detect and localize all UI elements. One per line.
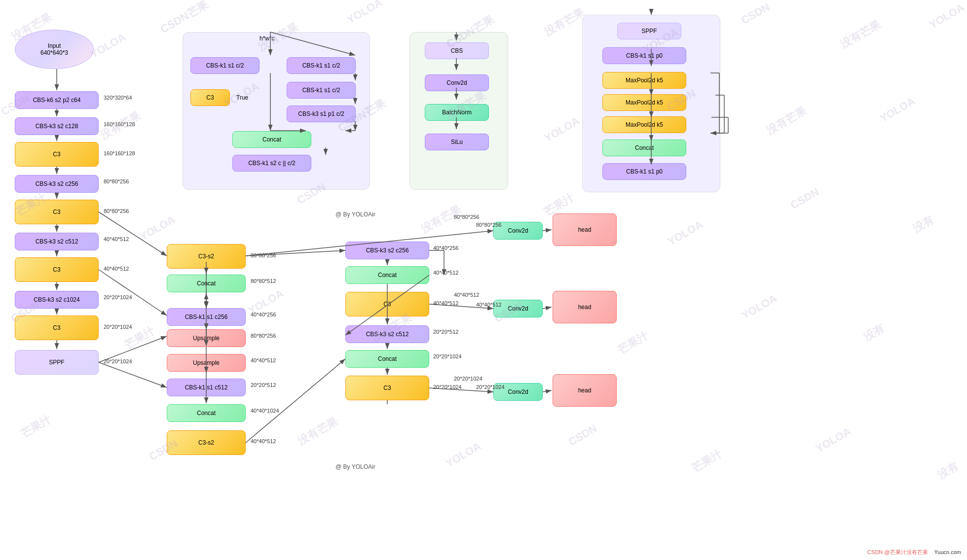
cbs-k3-c128-node: CBS-k3 s2 c128	[15, 117, 99, 135]
cbs-k6-label: CBS-k6 s2 p2 c64	[33, 97, 81, 104]
cbs-k6-node: CBS-k6 s2 p2 c64	[15, 91, 99, 109]
concat1-node: Concat	[167, 275, 246, 292]
watermark: YOLOA	[927, 1, 967, 32]
svg-line-29	[543, 307, 552, 309]
sppf-label: SPPF	[49, 359, 64, 366]
dim-label-7: 40*40*512	[104, 266, 129, 272]
svg-line-13	[99, 362, 167, 387]
head3-node: head	[553, 374, 617, 407]
c3-right-top-node: C3	[345, 292, 429, 316]
c3-cbs3: CBS-k3 s1 p1 c/2	[287, 105, 356, 122]
concat-right-top-label: Concat	[378, 272, 397, 279]
c3-4-node: C3	[15, 315, 99, 340]
cbs-k1-c256-label: CBS-k1 s1 c256	[185, 314, 228, 320]
footer-text: CSDN @芒果汁没有芒果 Yuucn.com	[867, 549, 961, 556]
concat2-label: Concat	[197, 410, 216, 417]
dim-label-11: 20*20*512	[251, 382, 276, 388]
watermark: YOLOA	[444, 440, 484, 470]
dim-label-22: 20*20*512	[433, 329, 458, 335]
diagram-container: 没有芒果 YOLOA CSDN芒果 没有芒果 YOLOA CSDN芒果 没有芒果…	[0, 0, 967, 560]
cbs-k3-c512-right-label: CBS-k3 s2 c512	[366, 331, 409, 338]
c3-label-box: C3	[190, 89, 230, 106]
sppf-diagram-box: SPPF CBS-k1 s1 p0 MaxPool2d k5 MaxPool2d…	[582, 15, 720, 192]
svg-line-62	[246, 359, 345, 443]
dim-label-1: 320*320*64	[104, 95, 132, 101]
dim-label-h3: 20*20*1024	[476, 384, 505, 390]
dim-label-25: 80*80*256	[454, 214, 479, 220]
input-node: Input640*640*3	[15, 30, 94, 69]
c3-1-node: C3	[15, 142, 99, 167]
dim-label-17: 80*80*512	[251, 278, 276, 284]
dim-label-5: 80*80*256	[104, 208, 129, 214]
concat-right-bottom-node: Concat	[345, 350, 429, 368]
watermark: YOLOA	[138, 213, 178, 244]
c3-diagram-box: h*w*c CBS-k1 s1 c/2 CBS-k1 s1 c/2 C3 Tru…	[183, 32, 370, 190]
watermark: YOLOA	[345, 0, 385, 27]
head1-label: head	[578, 226, 592, 233]
watermark: 芒果汁	[18, 412, 54, 441]
dim-label-18: 80*80*256	[251, 252, 276, 258]
c3-1-label: C3	[53, 151, 60, 158]
watermark: 芒果汁	[689, 447, 725, 476]
svg-line-28	[543, 230, 552, 231]
dim-label-h1: 80*80*256	[476, 222, 501, 228]
sppf-maxpool1: MaxPool2d k5	[602, 72, 686, 89]
cbs-silu: SiLu	[425, 134, 489, 150]
dim-label-12: 40*40*512	[251, 357, 276, 363]
upsample2-label: Upsample	[193, 359, 220, 366]
dim-label-26: 40*40*512	[454, 292, 479, 298]
head2-node: head	[553, 291, 617, 323]
dim-label-16: 80*80*256	[251, 333, 276, 339]
upsample1-node: Upsample	[167, 329, 246, 347]
dim-label-27: 20*20*1024	[454, 376, 483, 382]
c3-cbs1-left: CBS-k1 s1 c/2	[190, 57, 260, 74]
conv2d-head3-label: Conv2d	[508, 388, 528, 395]
watermark: 没有芒果	[838, 17, 883, 52]
cbs-conv2d: Conv2d	[425, 74, 489, 91]
dim-label-13: 40*40*1024	[251, 408, 279, 414]
watermark: CSDN芒果	[158, 0, 211, 37]
cbs-k3-c256-right-label: CBS-k3 s2 c256	[366, 247, 409, 254]
watermark: 没有	[861, 321, 887, 345]
c3-3-node: C3	[15, 257, 99, 282]
cbs-k3-c256-node: CBS-k3 s2 c256	[15, 175, 99, 193]
dim-label-h2: 40*40*512	[476, 302, 501, 308]
watermark: YOLOA	[878, 95, 918, 125]
hwc-label: h*w*c	[260, 35, 275, 42]
conv2d-head1-label: Conv2d	[508, 227, 528, 234]
c3s2-top-label: C3-s2	[198, 253, 214, 260]
dim-label-20: 40*40*512	[433, 270, 458, 276]
watermark: 没有芒果	[295, 414, 340, 449]
svg-line-12	[99, 270, 167, 315]
c3-right-bottom-label: C3	[383, 385, 391, 391]
svg-line-11	[99, 212, 167, 256]
cbs-k3-c512-right-node: CBS-k3 s2 c512	[345, 325, 429, 343]
watermark: CSDN	[788, 185, 821, 212]
cbs-k3-c256-right-node: CBS-k3 s2 c256	[345, 242, 429, 259]
sppf-node: SPPF	[15, 350, 99, 375]
dim-label-19: 40*40*256	[433, 245, 458, 251]
dim-label-14: 40*40*512	[251, 438, 276, 444]
upsample2-node: Upsample	[167, 354, 246, 372]
dim-label-9: 20*20*1024	[104, 324, 132, 330]
cbs-k3-c1024-label: CBS-k3 s2 c1024	[34, 296, 79, 303]
sppf-cbs1: CBS-k1 s1 p0	[602, 47, 686, 64]
dim-label-8: 20*20*1024	[104, 294, 132, 300]
watermark: YOLOA	[666, 218, 706, 248]
watermark: 没有芒果	[542, 5, 587, 39]
sppf-maxpool2: MaxPool2d k5	[602, 94, 686, 111]
concat-right-top-node: Concat	[345, 266, 429, 284]
head1-node: head	[553, 213, 617, 246]
sppf-concat: Concat	[602, 140, 686, 156]
watermark: YOLOA	[740, 292, 780, 322]
by-yoloair-2: @ By YOLOAir	[335, 463, 375, 470]
cbs-k3-c512-label: CBS-k3 s2 c512	[36, 238, 78, 245]
concat2-node: Concat	[167, 404, 246, 422]
dim-label-10: 20*20*1024	[104, 358, 132, 364]
head2-label: head	[578, 304, 592, 311]
c3-cbs1-right: CBS-k1 s1 c/2	[287, 57, 356, 74]
c3s2-top-node: C3-s2	[167, 244, 246, 269]
cbs-diagram-box: CBS Conv2d BatchNorm SiLu	[409, 32, 508, 190]
watermark: 没有芒果	[764, 104, 809, 138]
c3-right-bottom-node: C3	[345, 376, 429, 400]
